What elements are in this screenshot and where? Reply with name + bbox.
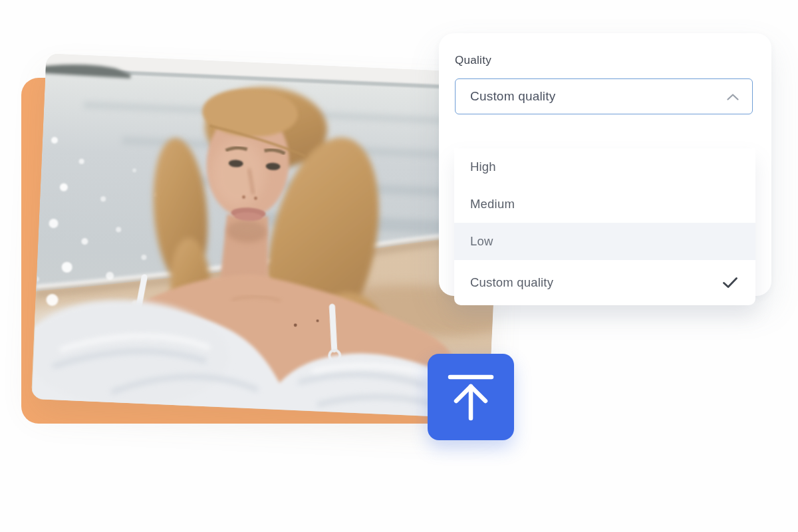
- dropdown-option-high[interactable]: High: [454, 148, 755, 186]
- quality-panel: Quality Custom quality High Medium Low C…: [439, 33, 771, 296]
- chevron-up-icon: [727, 93, 739, 100]
- option-label: Medium: [470, 197, 515, 211]
- upload-arrow-icon: [445, 372, 497, 422]
- quality-select[interactable]: Custom quality: [455, 78, 753, 114]
- upload-button[interactable]: [428, 354, 514, 440]
- dropdown-option-medium[interactable]: Medium: [454, 186, 755, 223]
- option-label: High: [470, 160, 496, 174]
- option-label: Custom quality: [470, 275, 553, 290]
- dropdown-option-custom-quality[interactable]: Custom quality: [454, 260, 755, 305]
- quality-label: Quality: [455, 54, 771, 67]
- check-icon: [722, 277, 738, 289]
- dropdown-option-low[interactable]: Low: [454, 223, 755, 260]
- quality-select-value: Custom quality: [470, 89, 555, 104]
- quality-dropdown-menu: High Medium Low Custom quality: [454, 148, 755, 305]
- option-label: Low: [470, 234, 493, 249]
- page: Quality Custom quality High Medium Low C…: [0, 0, 798, 532]
